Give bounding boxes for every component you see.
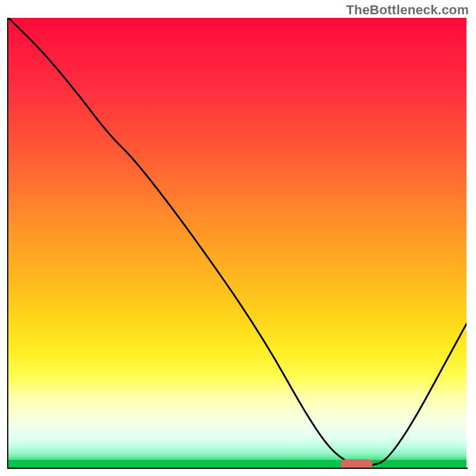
- plot-area: [8, 18, 466, 468]
- bottleneck-curve: [8, 18, 466, 468]
- chart-container: TheBottleneck.com: [0, 0, 476, 476]
- x-axis-line: [7, 468, 468, 469]
- y-axis-line: [7, 18, 8, 468]
- optimal-zone-marker: [340, 459, 372, 468]
- attribution-text: TheBottleneck.com: [346, 2, 469, 18]
